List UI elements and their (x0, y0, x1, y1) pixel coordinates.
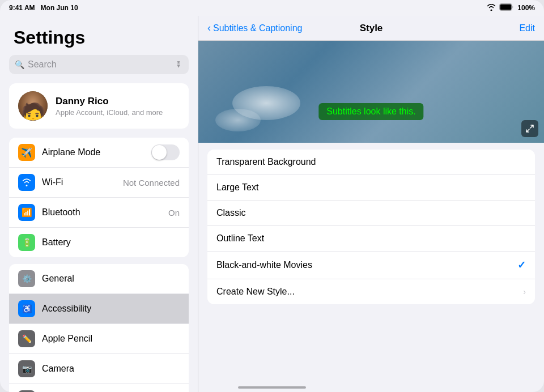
status-bar-right: 100% (487, 3, 535, 12)
settings-group-system: ⚙️ General ♿ Accessibility ✏️ Apple Penc… (9, 264, 189, 392)
checkmark-icon: ✓ (517, 259, 526, 271)
bluetooth-label: Bluetooth (42, 207, 162, 218)
search-icon: 🔍 (15, 60, 24, 69)
sidebar-item-general[interactable]: ⚙️ General (9, 264, 189, 294)
microphone-icon[interactable]: 🎙 (175, 60, 183, 69)
style-item-outline-text[interactable]: Outline Text (207, 226, 535, 252)
accessibility-icon: ♿ (18, 300, 35, 317)
edit-button[interactable]: Edit (519, 23, 535, 33)
style-item-classic[interactable]: Classic (207, 201, 535, 226)
battery-label: Battery (42, 237, 180, 248)
style-group: Transparent Background Large Text Classi… (207, 150, 535, 304)
general-icon: ⚙️ (18, 270, 35, 287)
status-bar-left: 9:41 AM Mon Jun 10 (9, 4, 78, 12)
status-time: 9:41 AM (9, 4, 35, 12)
home-indicator (238, 386, 306, 389)
battery-settings-icon: 🔋 (18, 234, 35, 251)
style-item-large-text[interactable]: Large Text (207, 175, 535, 201)
nav-bar: ‹ Subtitles & Captioning Style Edit (198, 16, 544, 41)
app-container: Settings 🔍 Search 🎙 🧑 Danny Rico Apple A… (0, 16, 544, 392)
sidebar-title: Settings (0, 16, 198, 55)
search-bar[interactable]: 🔍 Search 🎙 (9, 55, 189, 74)
style-item-bw-movies[interactable]: Black-and-white Movies ✓ (207, 252, 535, 279)
style-item-transparent-bg[interactable]: Transparent Background (207, 150, 535, 175)
settings-group-connectivity: ✈️ Airplane Mode Wi-Fi N (9, 138, 189, 257)
user-name: Danny Rico (56, 96, 163, 107)
style-transparent-bg-label: Transparent Background (216, 157, 526, 167)
sidebar-item-airplane-mode[interactable]: ✈️ Airplane Mode (9, 138, 189, 168)
sidebar-item-bluetooth[interactable]: 📶 Bluetooth On (9, 198, 189, 228)
chevron-right-icon: › (523, 287, 526, 296)
battery-icon (499, 3, 514, 12)
airplane-mode-label: Airplane Mode (42, 147, 144, 157)
battery-percent: 100% (517, 4, 535, 12)
style-large-text-label: Large Text (216, 182, 526, 193)
main-panel: ‹ Subtitles & Captioning Style Edit Subt… (198, 16, 544, 392)
sidebar-item-camera[interactable]: 📷 Camera (9, 354, 189, 384)
back-label: Subtitles & Captioning (213, 23, 302, 33)
toggle-knob (152, 145, 167, 160)
sidebar-item-accessibility[interactable]: ♿ Accessibility (9, 294, 189, 324)
search-placeholder: Search (28, 59, 172, 70)
airplane-mode-icon: ✈️ (18, 144, 35, 161)
preview-area: Subtitles look like this. (198, 41, 544, 143)
camera-icon: 📷 (18, 360, 35, 377)
sidebar-item-battery[interactable]: 🔋 Battery (9, 228, 189, 257)
back-arrow-icon: ‹ (207, 22, 211, 34)
avatar: 🧑 (18, 91, 48, 121)
sidebar-item-apple-pencil[interactable]: ✏️ Apple Pencil (9, 324, 189, 354)
back-button[interactable]: ‹ Subtitles & Captioning (207, 22, 302, 34)
user-profile[interactable]: 🧑 Danny Rico Apple Account, iCloud, and … (9, 83, 189, 129)
settings-list: ✈️ Airplane Mode Wi-Fi N (0, 138, 198, 392)
user-subtitle: Apple Account, iCloud, and more (56, 108, 163, 117)
nav-title: Style (360, 23, 383, 34)
general-label: General (42, 274, 180, 284)
status-bar: 9:41 AM Mon Jun 10 100% (0, 0, 544, 16)
avatar-image: 🧑 (20, 104, 46, 121)
style-bw-movies-label: Black-and-white Movies (216, 260, 517, 270)
wifi-label: Wi-Fi (42, 177, 116, 188)
subtitle-preview: Subtitles look like this. (318, 103, 423, 120)
bluetooth-value: On (168, 208, 180, 218)
style-classic-label: Classic (216, 208, 526, 218)
svg-rect-1 (500, 5, 512, 10)
style-item-create-new[interactable]: Create New Style... › (207, 279, 535, 304)
wifi-value: Not Connected (123, 178, 180, 188)
wifi-icon (487, 4, 496, 12)
sidebar-item-control-center[interactable]: Control Center (9, 384, 189, 392)
expand-button[interactable] (521, 120, 538, 137)
accessibility-label: Accessibility (42, 304, 180, 314)
camera-label: Camera (42, 364, 180, 374)
bluetooth-icon: 📶 (18, 204, 35, 221)
airplane-mode-toggle[interactable] (151, 144, 180, 160)
sidebar-item-wifi[interactable]: Wi-Fi Not Connected (9, 168, 189, 198)
style-list: Transparent Background Large Text Classi… (198, 143, 544, 392)
wifi-settings-icon (18, 174, 35, 191)
cloud-decoration-2 (215, 109, 261, 131)
status-date: Mon Jun 10 (41, 4, 78, 12)
style-outline-text-label: Outline Text (216, 233, 526, 244)
sidebar: Settings 🔍 Search 🎙 🧑 Danny Rico Apple A… (0, 16, 198, 392)
style-create-new-label: Create New Style... (216, 287, 523, 297)
apple-pencil-label: Apple Pencil (42, 334, 180, 344)
user-info: Danny Rico Apple Account, iCloud, and mo… (56, 96, 163, 117)
apple-pencil-icon: ✏️ (18, 330, 35, 347)
